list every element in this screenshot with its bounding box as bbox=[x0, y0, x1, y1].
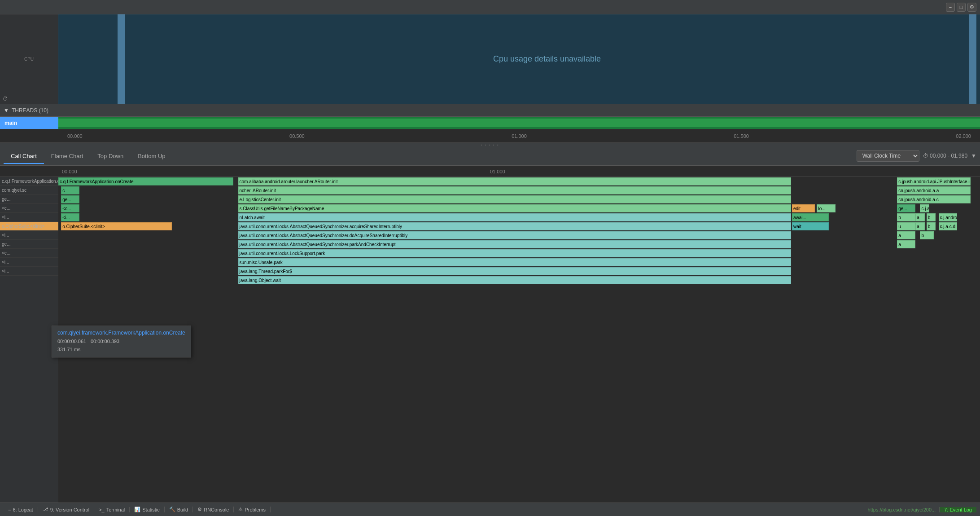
settings-button[interactable]: ⚙ bbox=[967, 3, 976, 12]
bar-lo[interactable]: lo... bbox=[817, 204, 835, 212]
bar-jpush-init[interactable]: c.jpush.android.api.JPushInterface.init bbox=[897, 177, 971, 185]
status-build[interactable]: 🔨 Build bbox=[165, 507, 193, 512]
threads-collapse-icon[interactable]: ▼ bbox=[4, 107, 9, 114]
left-label-6: <i... bbox=[0, 231, 58, 240]
bar-cn-jpush-a-c[interactable]: cn.jpush.android.a.c bbox=[897, 195, 971, 203]
bar-row1-1[interactable]: c bbox=[61, 186, 79, 194]
main-content: CPU Cpu usage details unavailable ⏱ ▼ TH… bbox=[0, 14, 980, 503]
flame-row-3: <c... s.ClassUtils.getFileNameByPackageN… bbox=[58, 204, 980, 213]
cpu-usage-area: Cpu usage details unavailable bbox=[118, 14, 976, 104]
timeline-ruler: 00.000 00.500 01.000 01.500 02.000 bbox=[0, 129, 980, 143]
bar-row3-1[interactable]: <c... bbox=[61, 204, 79, 212]
chart-container: 00.000 01.000 c.q.f.FrameworkApplication… bbox=[0, 166, 980, 503]
bar-thread-park[interactable]: java.lang.Thread.parkFor$ bbox=[238, 267, 791, 275]
bar-u1[interactable]: u bbox=[897, 222, 915, 230]
bar-cjandr[interactable]: c.j.android.c.d.a bbox=[939, 213, 957, 221]
flame-row-7: java.util.concurrent.locks.AbstractQueue… bbox=[58, 240, 980, 249]
bar-awai[interactable]: awai... bbox=[792, 213, 829, 221]
ruler-mark-2: 01.000 bbox=[512, 133, 527, 139]
restore-button[interactable]: □ bbox=[957, 3, 966, 12]
filter-icon[interactable]: ▼ bbox=[971, 153, 976, 159]
bar-abstract-do[interactable]: java.util.concurrent.locks.AbstractQueue… bbox=[238, 231, 791, 239]
tab-top-down[interactable]: Top Down bbox=[90, 149, 131, 164]
build-icon: 🔨 bbox=[169, 507, 175, 512]
bar-a4[interactable]: a bbox=[897, 240, 915, 248]
flame-row-11: java.lang.Object.wait bbox=[58, 276, 980, 285]
tab-bottom-up[interactable]: Bottom Up bbox=[131, 149, 172, 164]
thread-timeline-main[interactable] bbox=[58, 117, 980, 129]
resize-handle[interactable]: • • • • • bbox=[0, 143, 980, 146]
ruler-mark-1: 00.500 bbox=[289, 133, 305, 139]
flame-row-1: c ncher. ARouter.init cn.jpush.android.a… bbox=[58, 186, 980, 195]
bar-b3[interactable]: b bbox=[927, 222, 936, 230]
left-label-1: com.qiyei.sc bbox=[0, 186, 58, 195]
flame-row-8: java.util.concurrent.locks.LockSupport.p… bbox=[58, 249, 980, 258]
event-log-label: 7: Event Log bbox=[944, 507, 972, 512]
chart-ruler: 00.000 01.000 bbox=[0, 166, 980, 177]
bar-a3[interactable]: a bbox=[897, 231, 915, 239]
wall-clock-select[interactable]: Wall Clock Time bbox=[857, 150, 919, 162]
bar-abstract-acq[interactable]: java.util.concurrent.locks.AbstractQueue… bbox=[238, 222, 791, 230]
problems-icon: ⚠ bbox=[238, 507, 243, 512]
bar-logistics[interactable]: e.LogisticsCenter.init bbox=[238, 195, 791, 203]
bar-cjacd[interactable]: c.j.a.c.d.g bbox=[939, 222, 957, 230]
terminal-icon: >_ bbox=[99, 507, 105, 512]
status-terminal[interactable]: >_ Terminal bbox=[94, 507, 130, 512]
bar-arouter-init[interactable]: com.alibaba.android.arouter.launcher.ARo… bbox=[238, 177, 791, 185]
bar-latch[interactable]: nLatch.await bbox=[238, 213, 791, 221]
minimize-button[interactable]: − bbox=[946, 3, 955, 12]
right-handle[interactable] bbox=[969, 14, 976, 104]
tab-call-chart[interactable]: Call Chart bbox=[4, 149, 44, 164]
bar-classutils[interactable]: s.ClassUtils.getFileNameByPackageName bbox=[238, 204, 791, 212]
status-version-control[interactable]: ⎇ 9: Version Control bbox=[38, 507, 94, 512]
bar-cn-jpush-a-a[interactable]: cn.jpush.android.a.a bbox=[897, 186, 971, 194]
bar-wait[interactable]: wait bbox=[792, 222, 829, 230]
left-label-col: c.q.f.FrameworkApplication.onCreate com.… bbox=[0, 177, 58, 503]
bar-edit[interactable]: edit bbox=[792, 204, 815, 212]
statistic-label: Statistic bbox=[142, 507, 160, 512]
bar-b4[interactable]: b bbox=[920, 231, 934, 239]
status-problems[interactable]: ⚠ Problems bbox=[234, 507, 270, 512]
status-logcat[interactable]: ≡ 6: Logcat bbox=[4, 507, 38, 512]
clock-icon: ⏱ bbox=[3, 96, 8, 102]
bar-a1[interactable]: a bbox=[915, 213, 925, 221]
thread-label-main[interactable]: main bbox=[0, 117, 58, 129]
status-bar: ≡ 6: Logcat ⎇ 9: Version Control >_ Term… bbox=[0, 503, 980, 516]
bar-ciphersuit[interactable]: o.CipherSuite.<clinit> bbox=[61, 222, 171, 230]
bar-object-wait[interactable]: java.lang.Object.wait bbox=[238, 276, 791, 284]
chart-scroll[interactable]: c.q.f.FrameworkApplication.onCreate com.… bbox=[58, 177, 980, 503]
top-bar: − □ ⚙ bbox=[0, 0, 980, 14]
bar-unsafe-park[interactable]: sun.misc.Unsafe.park bbox=[238, 258, 791, 266]
profiler-tabs-right: Wall Clock Time ⏱ 00.000 - 01.980 ▼ bbox=[857, 150, 980, 162]
left-label-0: c.q.f.FrameworkApplication.onCreate bbox=[0, 177, 58, 186]
bar-framework-oncreate[interactable]: c.q.f.FrameworkApplication.onCreate bbox=[58, 177, 233, 185]
build-label: Build bbox=[177, 507, 188, 512]
status-right: https://blog.csdn.net/qiyei200... 7: Eve… bbox=[868, 507, 976, 512]
flame-row-9: sun.misc.Unsafe.park bbox=[58, 258, 980, 267]
status-statistic[interactable]: 📊 Statistic bbox=[130, 507, 165, 512]
status-rn-console[interactable]: ⚙ RNConsole bbox=[193, 507, 234, 512]
bar-a2[interactable]: a bbox=[915, 222, 925, 230]
bar-abstract-park[interactable]: java.util.concurrent.locks.AbstractQueue… bbox=[238, 240, 791, 248]
event-log[interactable]: 7: Event Log bbox=[939, 507, 976, 512]
terminal-label: Terminal bbox=[106, 507, 125, 512]
bar-b2[interactable]: b bbox=[927, 213, 936, 221]
flame-row-0: c.q.f.FrameworkApplication.onCreate com.… bbox=[58, 177, 980, 186]
rn-icon: ⚙ bbox=[197, 507, 202, 512]
tab-flame-chart[interactable]: Flame Chart bbox=[44, 149, 91, 164]
bar-locksupport[interactable]: java.util.concurrent.locks.LockSupport.p… bbox=[238, 249, 791, 257]
bar-ge[interactable]: ge... bbox=[897, 204, 915, 212]
logcat-icon: ≡ bbox=[8, 507, 11, 512]
left-label-10: <i... bbox=[0, 267, 58, 276]
bar-arouter-init2[interactable]: ncher. ARouter.init bbox=[238, 186, 791, 194]
ruler-mark-4: 02.000 bbox=[956, 133, 971, 139]
bar-row2-1[interactable]: ge... bbox=[61, 195, 79, 203]
flame-row-6: java.util.concurrent.locks.AbstractQueue… bbox=[58, 231, 980, 240]
bar-b1[interactable]: b bbox=[897, 213, 915, 221]
bar-cjas[interactable]: c.j.a.s.S.a bbox=[920, 204, 929, 212]
bar-row4-1[interactable]: <i... bbox=[61, 213, 79, 221]
left-handle[interactable] bbox=[118, 14, 125, 104]
chart-start: 00.000 bbox=[58, 169, 77, 174]
cpu-section: CPU Cpu usage details unavailable ⏱ bbox=[0, 14, 980, 104]
tooltip-title: com.qiyei.framework.FrameworkApplication… bbox=[57, 330, 185, 336]
